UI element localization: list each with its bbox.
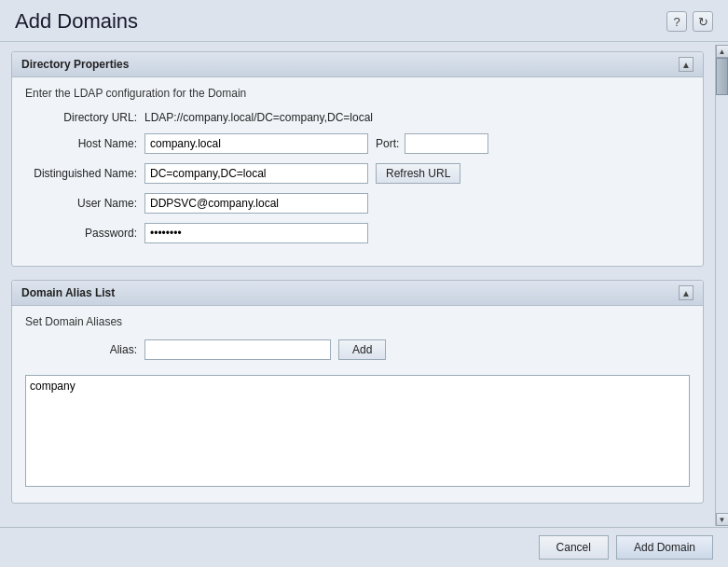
refresh-icon[interactable]: ↻: [693, 11, 713, 32]
scrollbar[interactable]: ▲ ▼: [715, 45, 728, 526]
header: Add Domains ? ↻: [0, 0, 728, 42]
username-row: User Name:: [25, 193, 690, 214]
alias-panel-collapse[interactable]: ▲: [679, 285, 694, 300]
directory-url-row: Directory URL: LDAP://company.local/DC=c…: [25, 111, 690, 124]
alias-label: Alias:: [25, 343, 137, 356]
dn-input[interactable]: [144, 163, 368, 184]
directory-panel: Directory Properties ▲ Enter the LDAP co…: [11, 51, 704, 267]
username-input[interactable]: [144, 193, 368, 214]
add-alias-button[interactable]: Add: [338, 339, 386, 360]
port-input[interactable]: [405, 133, 488, 154]
add-domain-button[interactable]: Add Domain: [616, 535, 713, 560]
directory-panel-title: Directory Properties: [21, 58, 129, 71]
alias-list[interactable]: company: [25, 375, 690, 487]
directory-subtitle: Enter the LDAP configuration for the Dom…: [25, 87, 690, 100]
username-label: User Name:: [25, 197, 137, 210]
scroll-up-arrow[interactable]: ▲: [716, 45, 729, 58]
scroll-thumb[interactable]: [716, 58, 728, 95]
alias-panel-header: Domain Alias List ▲: [12, 281, 703, 306]
main-container: Add Domains ? ↻ Directory Properties ▲ E…: [0, 0, 728, 567]
directory-url-value: LDAP://company.local/DC=company,DC=local: [144, 111, 373, 124]
port-group: Port:: [376, 133, 488, 154]
hostname-row: Host Name: Port:: [25, 133, 690, 154]
alias-panel-title: Domain Alias List: [21, 286, 115, 299]
scroll-down-arrow[interactable]: ▼: [716, 513, 729, 526]
cancel-button[interactable]: Cancel: [539, 535, 609, 560]
directory-url-label: Directory URL:: [25, 111, 137, 124]
password-input[interactable]: [144, 223, 368, 243]
directory-panel-body: Enter the LDAP configuration for the Dom…: [12, 77, 703, 266]
alias-panel: Domain Alias List ▲ Set Domain Aliases A…: [11, 280, 704, 504]
content-area: Directory Properties ▲ Enter the LDAP co…: [0, 42, 728, 527]
directory-panel-collapse[interactable]: ▲: [679, 57, 694, 72]
alias-subtitle: Set Domain Aliases: [25, 315, 690, 328]
header-icons: ? ↻: [666, 11, 713, 32]
help-icon[interactable]: ?: [666, 11, 687, 32]
dn-row: Distinguished Name: Refresh URL: [25, 163, 690, 184]
dn-label: Distinguished Name:: [25, 167, 137, 180]
hostname-label: Host Name:: [25, 137, 137, 150]
alias-input-row: Alias: Add: [25, 339, 690, 360]
refresh-url-button[interactable]: Refresh URL: [376, 163, 460, 184]
page-title: Add Domains: [15, 9, 138, 34]
port-label: Port:: [376, 137, 399, 150]
scroll-track: [716, 58, 728, 513]
alias-input[interactable]: [144, 339, 331, 360]
password-row: Password:: [25, 223, 690, 243]
alias-panel-body: Set Domain Aliases Alias: Add company: [12, 306, 703, 503]
directory-panel-header: Directory Properties ▲: [12, 52, 703, 77]
password-label: Password:: [25, 227, 137, 240]
hostname-input[interactable]: [144, 133, 368, 154]
footer: Cancel Add Domain: [0, 527, 728, 567]
